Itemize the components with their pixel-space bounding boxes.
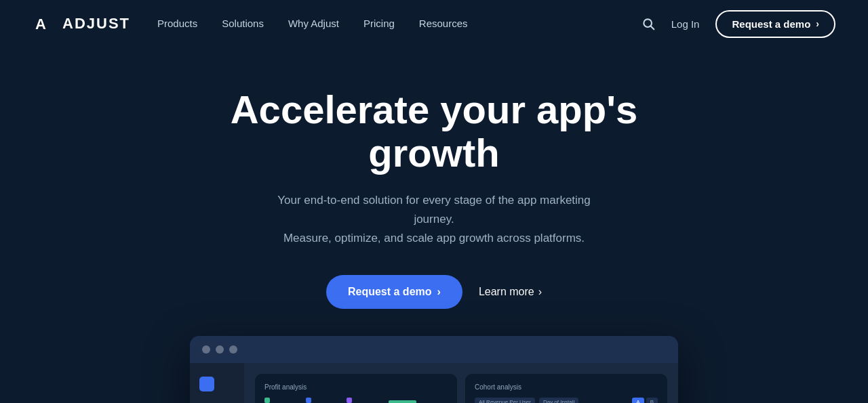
metric-1: $2,178.53 [264, 398, 295, 403]
logo-link[interactable]: A ADJUST [33, 12, 130, 36]
primary-arrow-icon: › [437, 286, 441, 298]
nav-item-why-adjust[interactable]: Why Adjust [288, 18, 339, 29]
nav-item-solutions[interactable]: Solutions [222, 18, 264, 29]
dashboard-preview: Profit analysis $2,178.53 $3,190.76 - [190, 336, 678, 403]
window-dot-3 [229, 345, 237, 354]
nav-right: Log In Request a demo › [642, 10, 835, 38]
nav-item-resources[interactable]: Resources [419, 18, 468, 29]
cohort-analysis-title: Cohort analysis [475, 383, 658, 391]
nav-item-products[interactable]: Products [157, 18, 197, 29]
hero-section: Accelerate your app's growth Your end-to… [0, 47, 868, 336]
login-button[interactable]: Log In [671, 18, 700, 30]
metric-dot-2 [306, 398, 311, 403]
nav-links: Products Solutions Why Adjust Pricing Re… [157, 18, 468, 30]
bar-group-5 [389, 400, 417, 403]
cohort-filter-1: All Revenue Per User [475, 398, 535, 403]
sidebar-logo-icon [199, 377, 214, 391]
svg-text:A: A [35, 16, 46, 33]
nav-demo-arrow: › [816, 18, 819, 29]
cohort-analysis-card: Cohort analysis All Revenue Per User Day… [465, 374, 667, 403]
hero-title: Accelerate your app's growth [163, 88, 705, 175]
bar-green-5 [389, 400, 417, 403]
profit-metrics: $2,178.53 $3,190.76 -$1,012.23 [264, 398, 448, 403]
dashboard-wrapper: Profit analysis $2,178.53 $3,190.76 - [0, 336, 868, 403]
metric-2: $3,190.76 [306, 398, 336, 403]
nav-item-pricing[interactable]: Pricing [363, 18, 395, 29]
toggle-b: B [646, 398, 658, 403]
learn-more-arrow-icon: › [538, 286, 542, 298]
window-dot-1 [202, 345, 210, 354]
profit-analysis-card: Profit analysis $2,178.53 $3,190.76 - [255, 374, 457, 403]
brand-name: ADJUST [62, 15, 130, 33]
metric-dot-3 [347, 398, 352, 403]
cohort-toggle: A B [632, 398, 658, 403]
dashboard-sidebar [190, 363, 244, 403]
search-icon [642, 17, 655, 30]
dashboard-main: Profit analysis $2,178.53 $3,190.76 - [244, 363, 678, 403]
search-button[interactable] [642, 17, 655, 30]
dashboard-content: Profit analysis $2,178.53 $3,190.76 - [190, 363, 678, 403]
cohort-filters: All Revenue Per User Day of Install A B [475, 398, 658, 403]
metric-dot-1 [264, 398, 270, 403]
dashboard-topbar [190, 336, 678, 363]
navigation: A ADJUST Products Solutions Why Adjust P… [0, 0, 868, 47]
window-dot-2 [216, 345, 224, 354]
nav-demo-button[interactable]: Request a demo › [715, 10, 835, 38]
hero-cta: Request a demo › Learn more › [326, 275, 542, 309]
profit-analysis-title: Profit analysis [264, 383, 448, 391]
learn-more-button[interactable]: Learn more › [479, 286, 542, 298]
hero-subtitle: Your end-to-end solution for every stage… [258, 191, 610, 248]
nav-left: A ADJUST Products Solutions Why Adjust P… [33, 12, 468, 36]
svg-line-3 [650, 26, 654, 30]
hero-demo-button[interactable]: Request a demo › [326, 275, 462, 309]
metric-3: -$1,012.23 [347, 398, 379, 403]
cohort-filter-2: Day of Install [539, 398, 578, 403]
toggle-a: A [632, 398, 644, 403]
